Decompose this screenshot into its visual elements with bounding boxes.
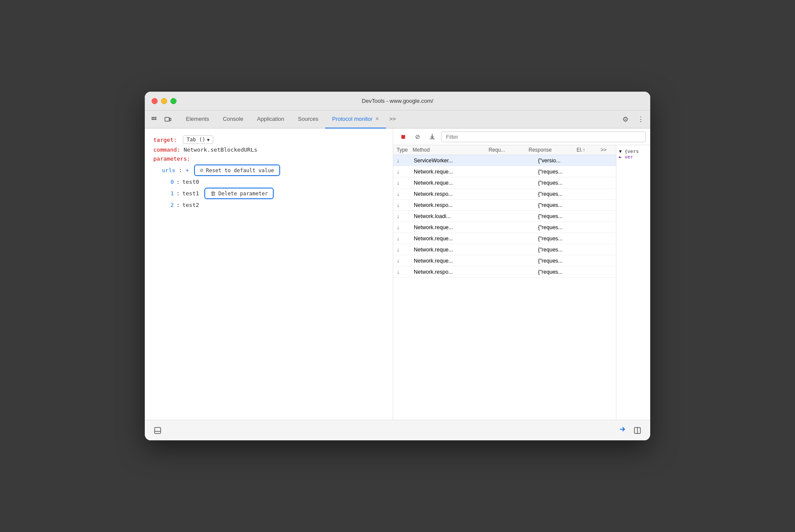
table-row[interactable]: ↓ ServiceWorker... {"versio...	[393, 155, 616, 166]
url-item-0: 0 : test0	[170, 179, 384, 185]
row-5-arrow: ↓	[397, 213, 414, 219]
target-label: target:	[153, 137, 177, 143]
col-response-header: Response	[529, 147, 577, 153]
table-row[interactable]: ↓ Network.respo... {"reques...	[393, 266, 616, 278]
col-method-header: Method	[412, 147, 488, 153]
reset-button-label: Reset to default value	[206, 167, 274, 173]
row-8-response: {"reques...	[538, 247, 589, 253]
table-header: Type Method Requ... Response El.↑ >>	[393, 145, 616, 155]
download-button[interactable]	[427, 131, 438, 142]
row-4-response: {"reques...	[538, 202, 589, 208]
row-4-arrow: ↓	[397, 202, 414, 208]
index-1: 1	[170, 190, 174, 197]
console-drawer-icon[interactable]	[152, 424, 164, 436]
col-type-header: Type	[397, 147, 412, 153]
col-el-header: El.↑	[577, 147, 601, 153]
filter-input[interactable]	[441, 132, 646, 142]
tab-sources[interactable]: Sources	[291, 111, 326, 129]
row-5-method: Network.loadi...	[414, 213, 495, 219]
tabs-container: Elements Console Application Sources Pro…	[179, 111, 619, 129]
row-2-arrow: ↓	[397, 179, 414, 186]
send-button[interactable]	[619, 425, 626, 435]
svg-rect-7	[170, 118, 171, 121]
tab-bar-icons	[148, 114, 174, 126]
more-options-icon[interactable]: ⋮	[635, 114, 647, 126]
svg-rect-4	[155, 117, 156, 118]
json-line-2: ► ver	[619, 154, 648, 160]
tab-console[interactable]: Console	[216, 111, 250, 129]
value-2: test2	[182, 202, 199, 208]
urls-label: urls	[162, 167, 175, 173]
row-8-method: Network.reque...	[414, 247, 495, 253]
main-content: target: Tab () ▼ command: Network.setBlo…	[145, 129, 650, 420]
stop-button[interactable]: ⏹	[398, 131, 409, 142]
clear-button[interactable]: ⊘	[412, 131, 423, 142]
target-dropdown[interactable]: Tab () ▼	[183, 135, 213, 144]
device-icon[interactable]	[162, 114, 174, 126]
target-line: target: Tab () ▼	[153, 135, 384, 144]
delete-parameter-button[interactable]: 🗑 Delete parameter	[204, 188, 274, 199]
gear-icon[interactable]: ⚙	[619, 114, 631, 126]
svg-rect-1	[153, 117, 155, 118]
row-7-method: Network.reque...	[414, 236, 495, 242]
row-9-arrow: ↓	[397, 257, 414, 264]
protocol-toolbar: ⏹ ⊘	[393, 129, 650, 145]
delete-button-label: Delete parameter	[218, 191, 268, 197]
protocol-table: Type Method Requ... Response El.↑ >> ↓ S…	[393, 145, 616, 420]
row-4-method: Network.respo...	[414, 202, 495, 208]
table-row[interactable]: ↓ Network.respo... {"reques...	[393, 188, 616, 200]
row-9-method: Network.reque...	[414, 258, 495, 264]
traffic-lights	[152, 98, 176, 104]
table-row[interactable]: ↓ Network.reque... {"reques...	[393, 233, 616, 244]
row-8-arrow: ↓	[397, 246, 414, 253]
tab-protocol-monitor[interactable]: Protocol monitor ✕	[325, 111, 386, 129]
row-6-method: Network.reque...	[414, 224, 495, 230]
svg-rect-3	[153, 119, 155, 120]
tab-elements[interactable]: Elements	[179, 111, 216, 129]
tab-application[interactable]: Application	[250, 111, 291, 129]
maximize-button[interactable]	[170, 98, 176, 104]
table-row[interactable]: ↓ Network.reque... {"reques...	[393, 244, 616, 255]
command-line: command: Network.setBlockedURLs	[153, 146, 384, 153]
window-title: DevTools - www.google.com/	[362, 98, 433, 104]
row-0-response: {"versio...	[538, 158, 589, 164]
bottom-bar	[145, 420, 650, 440]
row-1-arrow: ↓	[397, 168, 414, 175]
table-row[interactable]: ↓ Network.loadi... {"reques...	[393, 211, 616, 222]
devtools-window: DevTools - www.google.com/	[145, 92, 650, 440]
svg-rect-8	[155, 427, 161, 433]
parameters-line: parameters:	[153, 155, 384, 162]
tab-more[interactable]: >>	[386, 111, 399, 129]
row-10-method: Network.respo...	[414, 269, 495, 275]
plus-sign: +	[185, 167, 189, 173]
command-value: Network.setBlockedURLs	[184, 146, 257, 153]
bottom-left	[152, 424, 619, 436]
table-row[interactable]: ↓ Network.respo... {"reques...	[393, 200, 616, 211]
row-1-response: {"reques...	[538, 169, 589, 175]
table-row[interactable]: ↓ Network.reque... {"reques...	[393, 166, 616, 177]
index-2: 2	[170, 202, 174, 208]
panel-toggle-icon[interactable]	[631, 424, 643, 436]
row-3-arrow: ↓	[397, 191, 414, 197]
reset-to-default-button[interactable]: ⊘ Reset to default value	[194, 164, 280, 176]
protocol-table-wrapper: Type Method Requ... Response El.↑ >> ↓ S…	[393, 145, 650, 420]
value-1: test1	[182, 190, 199, 197]
urls-line: urls : + ⊘ Reset to default value	[162, 164, 384, 176]
cursor-icon[interactable]	[148, 114, 160, 126]
table-row[interactable]: ↓ Network.reque... {"reques...	[393, 222, 616, 233]
row-10-response: {"reques...	[538, 269, 589, 275]
left-panel: target: Tab () ▼ command: Network.setBlo…	[145, 129, 393, 420]
reset-button-container: ⊘ Reset to default value	[194, 164, 280, 176]
row-3-response: {"reques...	[538, 191, 589, 197]
close-button[interactable]	[152, 98, 158, 104]
row-10-arrow: ↓	[397, 269, 414, 275]
minimize-button[interactable]	[161, 98, 167, 104]
row-3-method: Network.respo...	[414, 191, 495, 197]
delete-button-container: 🗑 Delete parameter	[204, 188, 274, 199]
table-row[interactable]: ↓ Network.reque... {"reques...	[393, 255, 616, 266]
value-0: test0	[182, 179, 199, 185]
tab-close-icon[interactable]: ✕	[375, 116, 379, 122]
svg-rect-2	[152, 119, 153, 120]
table-row[interactable]: ↓ Network.reque... {"reques...	[393, 177, 616, 188]
url-item-2: 2 : test2	[170, 202, 384, 208]
